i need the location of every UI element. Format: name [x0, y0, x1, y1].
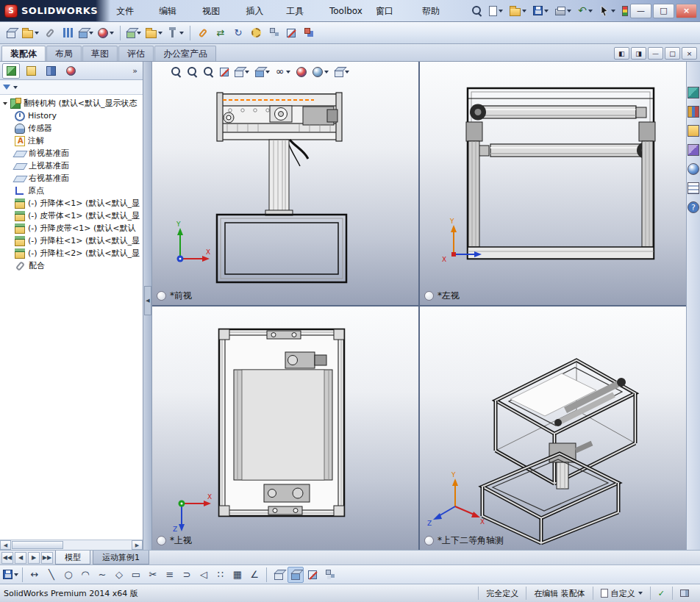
custom-properties-icon[interactable] [688, 182, 699, 194]
tree-item-component-3[interactable]: (-) 升降皮带<1> (默认<默认 [0, 222, 143, 234]
section-view-button[interactable] [304, 567, 321, 583]
tree-item-mates[interactable]: 配合 [0, 259, 143, 272]
menu-toolbox[interactable]: Toolbox [323, 0, 369, 22]
mate-button[interactable] [195, 24, 211, 43]
line-tool-button[interactable] [43, 567, 60, 583]
insert-component-button[interactable] [125, 24, 143, 43]
tree-item-component-5[interactable]: (-) 升降柱<2> (默认<默认_显 [0, 247, 143, 259]
tab-model[interactable]: 模型 [55, 551, 90, 565]
tab-property-manager[interactable] [22, 63, 40, 79]
tab-evaluate[interactable]: 评估 [118, 46, 154, 61]
wireframe-view-button[interactable] [271, 567, 287, 583]
maximize-button[interactable]: □ [653, 4, 674, 18]
attachment-button[interactable] [42, 24, 58, 43]
tab-configuration-manager[interactable] [42, 63, 60, 79]
scroll-left-button[interactable]: ◀ [0, 540, 11, 550]
smart-dimension-button[interactable] [26, 567, 43, 583]
move-component-button[interactable] [213, 24, 229, 43]
polygon-tool-button[interactable] [111, 567, 127, 583]
viewport-front[interactable]: Y X [152, 62, 418, 305]
manager-overflow-chevron[interactable]: » [132, 66, 140, 76]
tree-item-annotations[interactable]: 注解 [0, 135, 143, 147]
circle-tool-button[interactable] [60, 567, 76, 583]
rotate-component-button[interactable] [230, 24, 246, 43]
trim-entities-button[interactable] [145, 567, 161, 583]
undo-button[interactable] [576, 2, 595, 20]
offset-entities-button[interactable] [179, 567, 195, 583]
solidworks-resources-icon[interactable] [688, 87, 699, 98]
angle-snap-button[interactable] [246, 567, 262, 583]
viewport-layout-button[interactable] [321, 567, 338, 583]
viewport-left[interactable]: Y X *左视 [420, 62, 686, 305]
expander-icon[interactable] [3, 102, 7, 105]
status-pane-toggle[interactable] [672, 587, 696, 600]
view-settings-button[interactable] [333, 66, 351, 78]
spline-tool-button[interactable] [94, 567, 110, 583]
tree-item-component-1[interactable]: (-) 升降体<1> (默认<默认_显 [0, 197, 143, 209]
section-button[interactable] [283, 24, 299, 43]
minimize-button[interactable]: — [630, 4, 651, 18]
open-document-button[interactable] [21, 24, 40, 43]
scroll-right-button[interactable]: ▶ [132, 540, 143, 550]
assembly-features-button[interactable] [248, 24, 264, 43]
section-view-button[interactable] [218, 67, 230, 77]
panel-collapse-arrow[interactable]: ◀ [144, 286, 151, 315]
tree-item-assembly-root[interactable]: 翻转机构 (默认<默认_显示状态 [0, 97, 143, 110]
menu-view[interactable]: 视图(V) [196, 0, 239, 22]
exploded-view-button[interactable] [265, 24, 282, 43]
zoom-area-button[interactable] [186, 66, 199, 78]
arc-tool-button[interactable] [77, 567, 93, 583]
view-orientation-button[interactable] [233, 66, 251, 78]
doc-restore-button[interactable]: □ [665, 47, 680, 60]
view-settings-button[interactable] [3, 24, 19, 43]
new-document-button[interactable] [487, 2, 505, 20]
menu-help[interactable]: 帮助(H) [415, 0, 460, 22]
grid-snap-button[interactable] [229, 567, 246, 583]
smart-fasteners-button[interactable] [165, 24, 185, 43]
select-button[interactable] [597, 2, 618, 20]
panel-splitter[interactable]: ◀ [143, 62, 152, 550]
save-button[interactable] [531, 2, 551, 20]
tab-assembly[interactable]: 装配体 [1, 46, 46, 61]
tree-item-right-plane[interactable]: 右视基准面 [0, 172, 143, 184]
menu-insert[interactable]: 插入(I) [240, 0, 280, 22]
status-custom[interactable]: 自定义 [593, 587, 650, 600]
tab-scroll-first-button[interactable]: ◀◀ [1, 552, 13, 564]
previous-view-button[interactable] [202, 66, 215, 78]
tree-item-history[interactable]: History [0, 110, 143, 122]
split-left-button[interactable]: ◧ [614, 47, 629, 60]
evaluate-button[interactable] [60, 24, 76, 43]
apply-scene-button[interactable] [311, 66, 330, 78]
tree-item-top-plane[interactable]: 上视基准面 [0, 160, 143, 172]
menu-edit[interactable]: 编辑(E) [152, 0, 196, 22]
tree-item-component-2[interactable]: (-) 皮带体<1> (默认<默认_显 [0, 209, 143, 222]
tab-scroll-last-button[interactable]: ▶▶ [41, 552, 53, 564]
search-button[interactable] [470, 2, 485, 20]
file-explorer-icon[interactable] [688, 125, 699, 137]
zoom-fit-button[interactable] [170, 66, 183, 78]
display-states-button[interactable] [77, 24, 95, 43]
tree-item-origin[interactable]: 原点 [0, 184, 143, 197]
open-document-button[interactable] [507, 2, 529, 20]
design-library-icon[interactable] [688, 106, 699, 118]
edit-appearance-button[interactable] [295, 66, 308, 78]
status-check-button[interactable]: ✓ [650, 587, 672, 600]
linear-pattern-button[interactable] [213, 567, 229, 583]
scrollbar-thumb[interactable] [12, 541, 63, 549]
tab-motion-study-1[interactable]: 运动算例1 [93, 551, 149, 565]
viewport-top[interactable]: X Z *上视 [152, 307, 418, 550]
view-palette-icon[interactable] [688, 144, 699, 156]
mirror-entities-button[interactable] [196, 567, 212, 583]
viewport-isometric[interactable]: Y X Z *上下二等角轴测 [420, 307, 686, 550]
split-right-button[interactable]: ◨ [631, 47, 646, 60]
rebuild-button[interactable] [620, 2, 630, 20]
doc-minimize-button[interactable]: — [648, 47, 663, 60]
convert-entities-button[interactable] [162, 567, 178, 583]
new-folder-button[interactable] [144, 24, 164, 43]
hide-show-items-button[interactable] [274, 66, 292, 78]
tree-item-sensors[interactable]: 传感器 [0, 122, 143, 135]
solidworks-forum-icon[interactable] [688, 201, 699, 213]
tab-layout[interactable]: 布局 [46, 46, 82, 61]
scrollbar-track[interactable] [11, 540, 132, 550]
display-style-button[interactable] [254, 66, 271, 78]
